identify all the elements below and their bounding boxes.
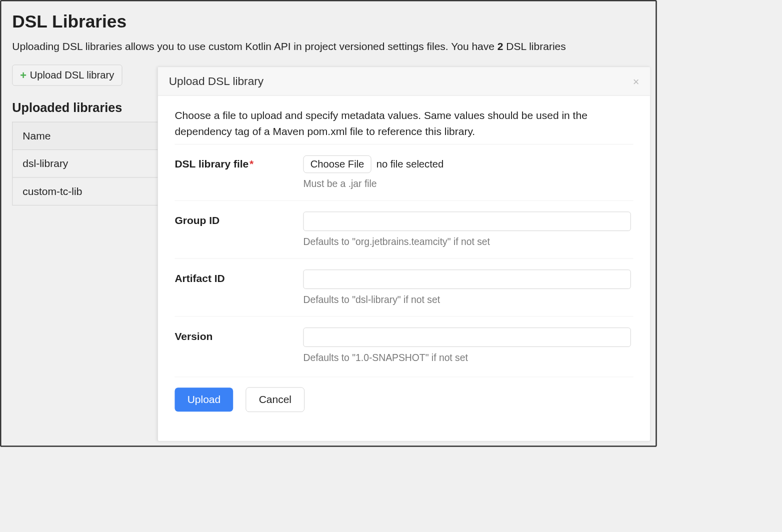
- artifact-id-hint: Defaults to "dsl-library" if not set: [303, 294, 633, 306]
- dialog-title: Upload DSL library: [169, 75, 264, 88]
- page-frame: DSL Libraries Uploading DSL libraries al…: [0, 0, 657, 447]
- dialog-header: Upload DSL library ×: [158, 67, 650, 96]
- page-desc-suffix: DSL libraries: [503, 40, 566, 52]
- library-count: 2: [498, 40, 504, 52]
- upload-dsl-library-button[interactable]: + Upload DSL library: [12, 64, 122, 86]
- version-label: Version: [174, 328, 296, 342]
- group-id-field: Defaults to "org.jetbrains.teamcity" if …: [303, 212, 633, 247]
- upload-dialog: Upload DSL library × Choose a file to up…: [158, 67, 650, 442]
- artifact-id-input[interactable]: [303, 270, 630, 289]
- file-input-row: Choose File no file selected: [303, 156, 633, 173]
- page-description: Uploading DSL libraries allows you to us…: [12, 39, 644, 54]
- form-row-version: Version Defaults to "1.0-SNAPSHOT" if no…: [174, 316, 633, 374]
- cancel-button[interactable]: Cancel: [246, 387, 304, 412]
- close-icon[interactable]: ×: [633, 76, 640, 87]
- artifact-id-field: Defaults to "dsl-library" if not set: [303, 270, 633, 305]
- version-hint: Defaults to "1.0-SNAPSHOT" if not set: [303, 352, 633, 364]
- required-asterisk: *: [250, 158, 254, 170]
- dialog-description: Choose a file to upload and specify meta…: [174, 108, 633, 139]
- group-id-input[interactable]: [303, 212, 630, 231]
- choose-file-button[interactable]: Choose File: [303, 156, 371, 173]
- form-row-artifact: Artifact ID Defaults to "dsl-library" if…: [174, 258, 633, 316]
- file-label: DSL library file*: [174, 156, 296, 170]
- dialog-footer: Upload Cancel: [174, 376, 633, 412]
- artifact-id-label: Artifact ID: [174, 270, 296, 284]
- version-field: Defaults to "1.0-SNAPSHOT" if not set: [303, 328, 633, 363]
- file-label-text: DSL library file: [174, 158, 248, 170]
- file-field: Choose File no file selected Must be a .…: [303, 156, 633, 190]
- dialog-body: Choose a file to upload and specify meta…: [158, 96, 650, 441]
- group-id-hint: Defaults to "org.jetbrains.teamcity" if …: [303, 236, 633, 248]
- page-title: DSL Libraries: [12, 12, 644, 32]
- version-input[interactable]: [303, 328, 630, 347]
- group-id-label: Group ID: [174, 212, 296, 226]
- upload-button[interactable]: Upload: [174, 388, 233, 412]
- plus-icon: +: [20, 70, 26, 80]
- form-row-file: DSL library file* Choose File no file se…: [174, 144, 633, 200]
- file-status-text: no file selected: [376, 158, 444, 170]
- file-hint: Must be a .jar file: [303, 178, 633, 190]
- upload-button-label: Upload DSL library: [30, 70, 114, 82]
- form-row-group: Group ID Defaults to "org.jetbrains.team…: [174, 200, 633, 258]
- page-desc-prefix: Uploading DSL libraries allows you to us…: [12, 40, 497, 52]
